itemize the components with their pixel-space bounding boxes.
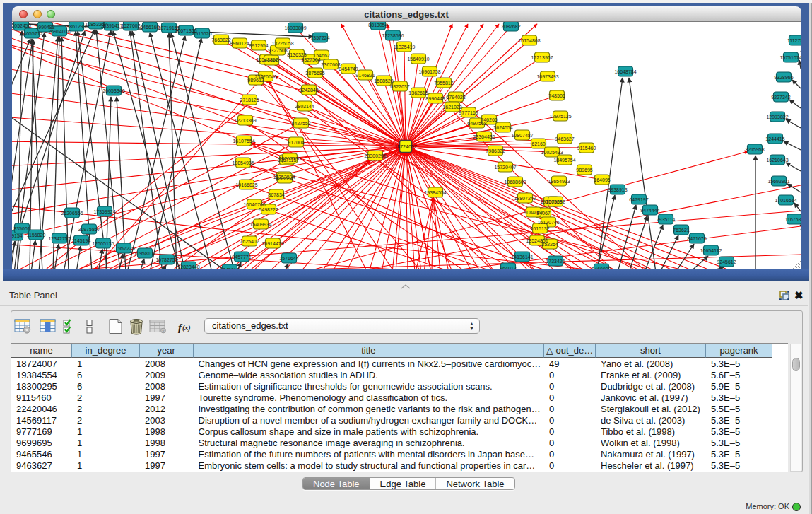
svg-text:26206556: 26206556 — [61, 211, 83, 216]
svg-text:9242848: 9242848 — [299, 88, 318, 93]
svg-text:2718126: 2718126 — [240, 98, 259, 103]
svg-text:19384554: 19384554 — [424, 190, 446, 195]
svg-text:2935114: 2935114 — [657, 217, 676, 222]
svg-text:10807487: 10807487 — [511, 133, 533, 138]
svg-text:17016514: 17016514 — [775, 198, 796, 203]
svg-text:1145194: 1145194 — [72, 238, 91, 243]
svg-text:11325419: 11325419 — [394, 45, 416, 49]
svg-text:746266: 746266 — [481, 117, 497, 122]
svg-text:1588520: 1588520 — [374, 78, 393, 83]
svg-text:8136323: 8136323 — [287, 52, 306, 57]
svg-text:13267130: 13267130 — [278, 156, 300, 161]
svg-text:1527602: 1527602 — [121, 23, 140, 28]
svg-text:6322037: 6322037 — [390, 84, 409, 89]
svg-text:2803144: 2803144 — [295, 104, 314, 109]
svg-text:1733426: 1733426 — [546, 259, 565, 264]
svg-text:5498222: 5498222 — [259, 207, 278, 212]
svg-text:10688609: 10688609 — [504, 180, 526, 185]
svg-text:154662: 154662 — [313, 53, 329, 58]
svg-text:10046766: 10046766 — [243, 202, 265, 207]
svg-text:7357224: 7357224 — [310, 35, 329, 40]
svg-text:1156829: 1156829 — [27, 233, 46, 238]
svg-text:18391417: 18391417 — [100, 23, 122, 28]
svg-text:16154808: 16154808 — [518, 38, 540, 43]
svg-text:16782759: 16782759 — [155, 257, 177, 262]
svg-text:9474444: 9474444 — [640, 208, 659, 213]
svg-text:16033809: 16033809 — [284, 25, 306, 30]
svg-text:6479197: 6479197 — [629, 197, 648, 202]
svg-text:13226058: 13226058 — [271, 41, 293, 46]
svg-text:9328966: 9328966 — [774, 75, 793, 80]
svg-text:2052450: 2052450 — [12, 23, 31, 28]
svg-text:12213369: 12213369 — [234, 118, 256, 123]
svg-text:10973493: 10973493 — [536, 74, 558, 79]
svg-text:39154: 39154 — [12, 233, 23, 238]
svg-text:9463627: 9463627 — [555, 136, 574, 141]
svg-text:1167533: 1167533 — [785, 217, 801, 222]
svg-text:17359924: 17359924 — [93, 209, 115, 214]
svg-text:867834: 867834 — [268, 192, 284, 197]
svg-text:12823448: 12823448 — [177, 264, 199, 269]
svg-text:15751074: 15751074 — [779, 55, 801, 60]
svg-text:164095: 164095 — [594, 177, 610, 182]
svg-text:x: x — [163, 329, 165, 333]
svg-text:8427552: 8427552 — [291, 121, 310, 126]
svg-text:7986322: 7986322 — [486, 148, 505, 153]
svg-text:9084067: 9084067 — [524, 210, 543, 215]
svg-text:3624554: 3624554 — [493, 125, 512, 130]
svg-text:18724007: 18724007 — [394, 144, 416, 149]
svg-text:917004: 917004 — [288, 140, 304, 145]
svg-text:748506: 748506 — [548, 93, 565, 98]
svg-text:9327508: 9327508 — [268, 48, 287, 53]
svg-text:16107554: 16107554 — [233, 139, 254, 144]
svg-text:9777169: 9777169 — [459, 110, 478, 115]
svg-text:12213967: 12213967 — [531, 55, 553, 60]
svg-text:15409934: 15409934 — [249, 222, 271, 227]
svg-text:2367608: 2367608 — [321, 62, 340, 67]
svg-text:15692901: 15692901 — [767, 179, 789, 184]
svg-text:9245612: 9245612 — [717, 259, 736, 264]
svg-text:23300295: 23300295 — [364, 153, 386, 158]
svg-text:16648784: 16648784 — [614, 69, 636, 74]
svg-text:1112753: 1112753 — [787, 38, 801, 43]
svg-text:1362615: 1362615 — [408, 90, 428, 95]
svg-text:2087682: 2087682 — [501, 24, 520, 29]
svg-text:9861293: 9861293 — [66, 24, 86, 29]
svg-text:23364436: 23364436 — [473, 134, 495, 139]
svg-text:453594: 453594 — [276, 176, 293, 181]
svg-text:12505135: 12505135 — [92, 241, 114, 246]
svg-text:9245012: 9245012 — [220, 267, 239, 270]
svg-text:6794028: 6794028 — [446, 95, 465, 100]
svg-text:9457771: 9457771 — [232, 255, 251, 259]
svg-text:7955812: 7955812 — [434, 81, 453, 86]
svg-text:433092: 433092 — [263, 58, 279, 63]
svg-text:12238596: 12238596 — [382, 33, 404, 38]
svg-text:252254: 252254 — [541, 242, 558, 247]
svg-text:7663822: 7663822 — [211, 37, 230, 42]
svg-text:10654112: 10654112 — [700, 248, 722, 253]
svg-text:989695: 989695 — [576, 168, 592, 173]
svg-text:26914036: 26914036 — [48, 29, 70, 34]
svg-text:1621022: 1621022 — [442, 105, 461, 110]
svg-text:14055712: 14055712 — [20, 31, 42, 36]
svg-text:62160: 62160 — [531, 141, 546, 146]
svg-text:15720407: 15720407 — [494, 165, 516, 170]
svg-text:(x): (x) — [182, 324, 191, 332]
svg-text:835001: 835001 — [13, 226, 30, 231]
svg-text:19166825: 19166825 — [235, 182, 257, 187]
svg-text:16914479: 16914479 — [261, 241, 283, 246]
svg-text:8912954: 8912954 — [249, 43, 268, 48]
svg-text:8813054: 8813054 — [368, 23, 387, 28]
svg-text:12093822: 12093822 — [766, 115, 788, 119]
svg-text:10958107: 10958107 — [134, 251, 155, 256]
svg-text:30975867: 30975867 — [78, 227, 100, 232]
svg-text:9327504: 9327504 — [301, 57, 320, 62]
svg-text:8471676: 8471676 — [687, 236, 706, 241]
svg-text:8960124: 8960124 — [230, 41, 249, 46]
svg-text:9227342: 9227342 — [771, 95, 790, 100]
svg-text:16120746: 16120746 — [537, 220, 559, 225]
svg-text:12975125: 12975125 — [549, 114, 571, 119]
svg-text:12342757: 12342757 — [48, 236, 70, 241]
svg-text:964012: 964012 — [500, 266, 516, 270]
svg-text:7515526: 7515526 — [192, 31, 211, 36]
